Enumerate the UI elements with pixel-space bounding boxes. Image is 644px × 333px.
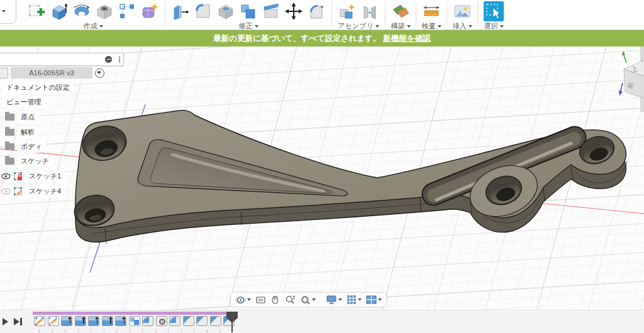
visibility-eye-off-icon[interactable] xyxy=(1,188,11,195)
chevron-down-icon[interactable] xyxy=(2,10,6,13)
insert-image-button[interactable] xyxy=(452,1,472,21)
viewports-button[interactable] xyxy=(365,295,383,305)
active-component-radio[interactable] xyxy=(95,68,104,78)
orbit-button[interactable] xyxy=(234,294,252,306)
extrude-button[interactable] xyxy=(49,1,69,21)
chevron-down-icon xyxy=(500,25,504,28)
timeline-feature-sketch-icon[interactable] xyxy=(34,316,45,326)
sketches-folder-label[interactable]: スケッチ xyxy=(17,155,53,167)
chevron-down-icon xyxy=(255,25,258,28)
sketch1-label[interactable]: スケッチ1 xyxy=(25,170,65,182)
timeline-feature-chamfer-icon[interactable] xyxy=(196,316,208,326)
model-body[interactable] xyxy=(0,46,644,333)
look-at-button[interactable] xyxy=(254,295,267,305)
origin-folder-label[interactable]: 原点 xyxy=(17,111,38,123)
revolve-button[interactable] xyxy=(72,1,92,21)
create-sketch-button[interactable] xyxy=(26,1,47,21)
view-management-label[interactable]: ビュー管理 xyxy=(3,96,45,108)
folder-icon xyxy=(5,129,14,136)
browser-root-row[interactable]: A16-005SR v3 xyxy=(0,67,104,79)
joint-button[interactable] xyxy=(360,1,380,21)
timeline-playhead[interactable] xyxy=(225,311,239,333)
folder-icon xyxy=(5,158,14,165)
main-toolbar: 作成 修正 アセンブリ 構築 xyxy=(0,0,644,30)
align-button[interactable] xyxy=(306,1,326,21)
measure-button[interactable] xyxy=(421,1,441,21)
new-component-button[interactable] xyxy=(337,1,357,21)
whats-new-link[interactable]: 新機能を確認 xyxy=(383,33,430,44)
document-name[interactable]: A16-005SR v3 xyxy=(11,67,92,79)
browser-row-analysis[interactable]: 解析 xyxy=(5,126,38,138)
modify-menu[interactable]: 修正 xyxy=(239,23,258,30)
sketch4-label[interactable]: スケッチ4 xyxy=(25,185,65,197)
display-settings-button[interactable] xyxy=(325,294,343,305)
construction-plane-button[interactable] xyxy=(391,1,411,21)
banner-message: 最新の更新に基づいて、すべて設定されます。 xyxy=(213,33,380,44)
pan-button[interactable] xyxy=(269,294,282,305)
timeline-feature-chamfer-icon[interactable] xyxy=(183,316,194,326)
timeline-feature-chamfer-icon[interactable] xyxy=(210,316,221,326)
shell-button[interactable] xyxy=(216,1,236,21)
hole-button[interactable] xyxy=(94,1,114,21)
timeline-tick xyxy=(125,330,135,332)
go-to-end-icon[interactable] xyxy=(14,318,22,325)
timeline-tick xyxy=(150,330,161,332)
timeline-feature-sketch-icon[interactable] xyxy=(48,316,59,326)
grid-and-snaps-button[interactable] xyxy=(345,294,363,305)
3d-viewport[interactable]: 上 前 A16-005SR v3 ドキュメントの設定 ビュー管理 原 xyxy=(0,46,644,333)
chevron-down-icon xyxy=(438,25,441,28)
toolbar-group-insert: 挿入 xyxy=(448,0,476,30)
timeline-feature-fillet-icon[interactable] xyxy=(142,316,153,326)
rectangular-pattern-button[interactable] xyxy=(117,1,137,21)
timeline-feature-extrude-icon[interactable] xyxy=(75,316,86,326)
browser-resize-handle-icon[interactable] xyxy=(119,56,120,63)
move-copy-button[interactable] xyxy=(284,1,304,21)
timeline-tick xyxy=(214,330,225,332)
split-body-button[interactable] xyxy=(261,1,281,21)
timeline-feature-fillet-icon[interactable] xyxy=(169,316,180,326)
timeline-feature-extrude-icon[interactable] xyxy=(88,316,99,326)
timeline-feature-extrude-icon[interactable] xyxy=(115,316,126,326)
analysis-folder-label[interactable]: 解析 xyxy=(17,126,38,138)
toolbar-group-modify: 修正 xyxy=(167,0,330,30)
bodies-folder-label[interactable]: ボディ xyxy=(17,141,46,153)
construct-menu[interactable]: 構築 xyxy=(391,23,411,30)
create-form-button[interactable] xyxy=(140,1,160,21)
browser-header-bar[interactable] xyxy=(0,53,124,66)
combine-button[interactable] xyxy=(238,1,258,21)
timeline-feature-extrude-icon[interactable] xyxy=(61,316,72,326)
select-menu[interactable]: 選択 xyxy=(484,23,504,30)
timeline-feature-hole-icon[interactable] xyxy=(156,316,167,326)
assembly-menu[interactable]: アセンブリ xyxy=(338,23,379,30)
timeline-feature-extrude-icon[interactable] xyxy=(102,316,113,326)
toolbar-separator xyxy=(477,3,478,26)
timeline-tick xyxy=(73,330,84,332)
document-settings-label[interactable]: ドキュメントの設定 xyxy=(3,82,74,94)
browser-row-sketches[interactable]: スケッチ xyxy=(5,155,53,166)
collapse-browser-icon[interactable] xyxy=(105,56,112,63)
insert-menu[interactable]: 挿入 xyxy=(453,23,472,30)
step-forward-icon[interactable] xyxy=(3,318,8,325)
browser-row-bodies[interactable]: ボディ xyxy=(5,141,46,152)
timeline-tick xyxy=(34,330,45,332)
view-cube[interactable]: 上 前 xyxy=(619,50,644,119)
browser-row-view-management[interactable]: ビュー管理 xyxy=(3,96,45,107)
orbit-icon xyxy=(235,295,246,305)
browser-row-document-settings[interactable]: ドキュメントの設定 xyxy=(3,82,74,93)
sketch-edit-icon xyxy=(13,187,23,196)
zoom-window-button[interactable] xyxy=(299,294,317,306)
visibility-eye-icon[interactable] xyxy=(1,173,11,180)
folder-icon xyxy=(5,143,14,150)
fillet-button[interactable] xyxy=(193,1,213,21)
create-menu[interactable]: 作成 xyxy=(84,23,103,30)
press-pull-button[interactable] xyxy=(170,1,191,21)
inspect-menu[interactable]: 検査 xyxy=(422,23,441,30)
update-notification-banner: 最新の更新に基づいて、すべて設定されます。 新機能を確認 xyxy=(0,30,644,46)
zoom-button[interactable] xyxy=(284,294,297,306)
browser-row-sketch4[interactable]: スケッチ4 xyxy=(1,185,65,197)
timeline-group-bar[interactable] xyxy=(33,312,230,315)
browser-row-origin[interactable]: 原点 xyxy=(5,111,38,123)
select-button[interactable] xyxy=(483,1,504,22)
timeline-feature-combine-icon[interactable] xyxy=(129,316,140,326)
browser-row-sketch1[interactable]: スケッチ1 xyxy=(1,170,65,182)
